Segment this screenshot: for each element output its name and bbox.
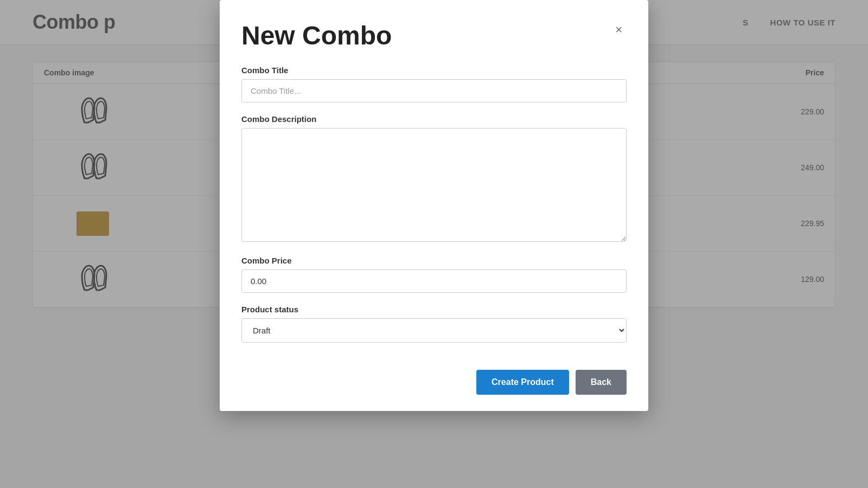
combo-description-label: Combo Description — [241, 114, 627, 124]
combo-title-label: Combo Title — [241, 66, 627, 75]
close-button[interactable]: × — [611, 22, 627, 38]
product-status-label: Product status — [241, 305, 627, 314]
combo-description-textarea[interactable] — [241, 128, 627, 242]
combo-title-group: Combo Title — [241, 66, 627, 102]
modal-header: New Combo × — [241, 22, 627, 50]
combo-description-group: Combo Description — [241, 114, 627, 244]
combo-title-input[interactable] — [241, 79, 627, 102]
modal-title: New Combo — [241, 22, 392, 50]
product-status-group: Product status Draft Active Archived — [241, 305, 627, 343]
combo-price-input[interactable] — [241, 269, 627, 293]
create-product-button[interactable]: Create Product — [476, 370, 569, 395]
combo-price-label: Combo Price — [241, 256, 627, 265]
modal-footer: Create Product Back — [241, 359, 627, 395]
product-status-select[interactable]: Draft Active Archived — [241, 318, 627, 343]
back-button[interactable]: Back — [576, 370, 627, 395]
combo-price-group: Combo Price — [241, 256, 627, 293]
new-combo-modal: New Combo × Combo Title Combo Descriptio… — [220, 0, 648, 411]
